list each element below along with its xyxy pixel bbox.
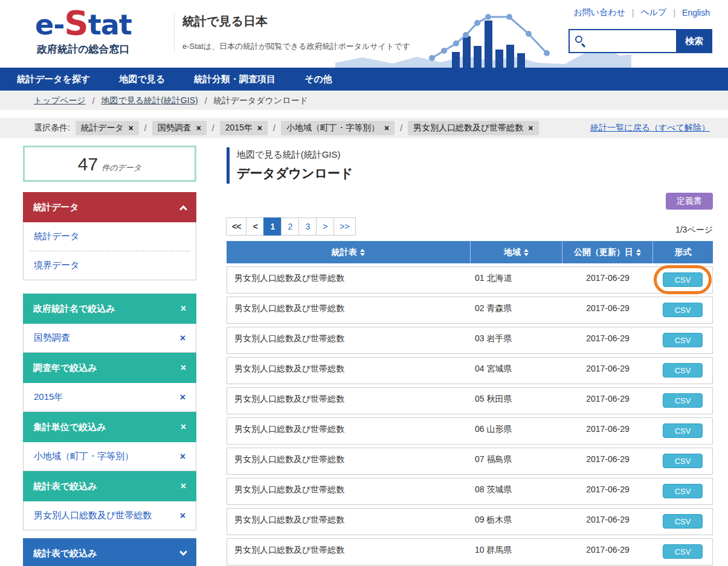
csv-download-button[interactable]: CSV [663,423,703,438]
row-region: 02 青森県 [471,297,562,323]
nav-item-other[interactable]: その他 [304,74,332,85]
close-icon[interactable]: × [180,452,185,461]
chevron-down-icon [179,548,187,556]
search-area: 検索 [569,29,712,53]
csv-download-button[interactable]: CSV [663,363,703,378]
contact-link[interactable]: お問い合わせ [574,7,625,18]
close-icon[interactable]: × [180,333,185,343]
row-date: 2017-06-29 [562,267,653,293]
row-region: 06 山形県 [471,418,562,444]
row-date: 2017-06-29 [562,539,653,565]
search-button[interactable]: 検索 [676,29,712,53]
table-row: 男女別人口総数及び世帯総数 01 北海道 2017-06-29 CSV [227,266,713,294]
row-region: 04 宮城県 [471,358,562,384]
column-label: 統計表 [332,247,357,258]
filter-value-link[interactable]: 国勢調査 [34,332,70,344]
close-icon[interactable]: × [384,124,389,132]
nav-item-map[interactable]: 地図で見る [119,74,165,85]
row-format: CSV [653,478,712,504]
nav-item-classification[interactable]: 統計分類・調査項目 [194,74,275,85]
column-label: 公開（更新）日 [574,247,633,258]
pagination-page-3[interactable]: 3 [298,217,317,236]
filter-header-aggregation-unit[interactable]: 集計単位で絞込み × [23,412,196,442]
filter-body: 2015年 × [23,383,196,412]
csv-download-button[interactable]: CSV [663,393,703,408]
close-icon[interactable]: × [181,363,186,373]
csv-download-button[interactable]: CSV [663,303,703,317]
back-to-list-link[interactable]: 統計一覧に戻る（すべて解除） [590,123,710,133]
row-format: CSV [653,267,712,293]
pagination-page-1[interactable]: 1 [263,217,282,236]
close-icon[interactable]: × [180,393,185,402]
pagination-last[interactable]: >> [333,217,355,236]
filter-body: 国勢調査 × [23,324,196,353]
filter-value-link[interactable]: 2015年 [34,391,63,403]
row-region: 01 北海道 [471,267,562,293]
pagination-first[interactable]: << [226,217,246,236]
breadcrumb-top-page[interactable]: トップページ [34,95,86,106]
sidebar-section-stat-data[interactable]: 統計データ [23,192,196,222]
stat-data-link[interactable]: 統計データ [34,231,80,242]
column-label: 形式 [675,247,692,258]
close-icon[interactable]: × [129,124,134,132]
row-date: 2017-06-29 [562,297,653,323]
csv-download-button[interactable]: CSV [663,484,703,498]
nav-item-find-data[interactable]: 統計データを探す [17,74,90,85]
close-icon[interactable]: × [196,124,201,132]
filter-value-link[interactable]: 男女別人口総数及び世帯総数 [34,510,152,521]
close-icon[interactable]: × [181,304,186,314]
site-subtitle: e-Statは、日本の統計が閲覧できる政府統計ポータルサイトです [182,41,410,52]
result-count-box: 47件のデータ [23,146,196,182]
row-format: CSV [653,418,712,444]
breadcrumb-separator: / [92,96,95,106]
row-title: 男女別人口総数及び世帯総数 [227,509,471,535]
column-header-region[interactable]: 地域 [470,241,562,263]
row-title: 男女別人口総数及び世帯総数 [227,297,471,323]
row-date: 2017-06-29 [562,478,653,504]
row-format: CSV [653,539,712,565]
filter-header-survey-year[interactable]: 調査年で絞込み × [23,353,196,383]
row-title: 男女別人口総数及び世帯総数 [227,358,471,384]
row-date: 2017-06-29 [562,327,653,353]
filter-group-survey-year: 調査年で絞込み × 2015年 × [23,353,196,412]
filter-header-gov-stat[interactable]: 政府統計名で絞込み × [23,294,196,324]
column-header-stat-table[interactable]: 統計表 [227,241,470,263]
row-format: CSV [653,297,712,323]
filter-value-link[interactable]: 小地域（町丁・字等別） [34,451,134,462]
close-icon[interactable]: × [181,481,186,491]
table-row: 男女別人口総数及び世帯総数 04 宮城県 2017-06-29 CSV [227,357,713,384]
collapsed-filter-header[interactable]: 統計表で絞込み [33,538,186,566]
row-format: CSV [653,388,712,414]
tag-label: 男女別人口総数及び世帯総数 [413,123,523,133]
e-stat-logo[interactable]: e-Stat 政府統計の総合窓口 [35,6,132,56]
definition-button[interactable]: 定義書 [666,193,713,210]
close-icon[interactable]: × [180,511,185,521]
csv-download-button[interactable]: CSV [663,454,703,468]
csv-download-button[interactable]: CSV [663,272,703,287]
csv-download-button[interactable]: CSV [663,544,703,559]
row-region: 05 秋田県 [471,388,562,414]
english-link[interactable]: English [682,8,710,18]
pagination-next[interactable]: > [316,217,334,236]
tag-label: 小地域（町丁・字等別） [286,123,379,133]
filter-body: 小地域（町丁・字等別） × [23,442,196,471]
column-header-date[interactable]: 公開（更新）日 [562,241,652,263]
sidebar: 47件のデータ 統計データ 統計データ 境界データ 政府統計名で絞込み × [23,146,196,566]
search-input[interactable] [569,29,676,53]
breadcrumb-gis[interactable]: 地図で見る統計(統計GIS) [101,95,198,106]
csv-download-button[interactable]: CSV [663,514,703,529]
close-icon[interactable]: × [257,124,262,132]
conditions-label: 選択条件: [34,123,70,133]
close-icon[interactable]: × [528,124,533,132]
pagination-prev[interactable]: < [246,217,264,236]
filter-header-stat-table[interactable]: 統計表で絞込み × [23,471,196,501]
row-title: 男女別人口総数及び世帯総数 [227,327,471,353]
csv-download-button[interactable]: CSV [663,333,703,347]
close-icon[interactable]: × [181,422,186,432]
help-link[interactable]: ヘルプ [640,7,666,18]
row-region: 07 福島県 [471,448,562,474]
pagination-page-2[interactable]: 2 [281,217,299,236]
tag-separator: / [144,123,147,133]
boundary-data-link[interactable]: 境界データ [34,260,80,271]
sidebar-item-stat-data: 統計データ [24,222,196,251]
